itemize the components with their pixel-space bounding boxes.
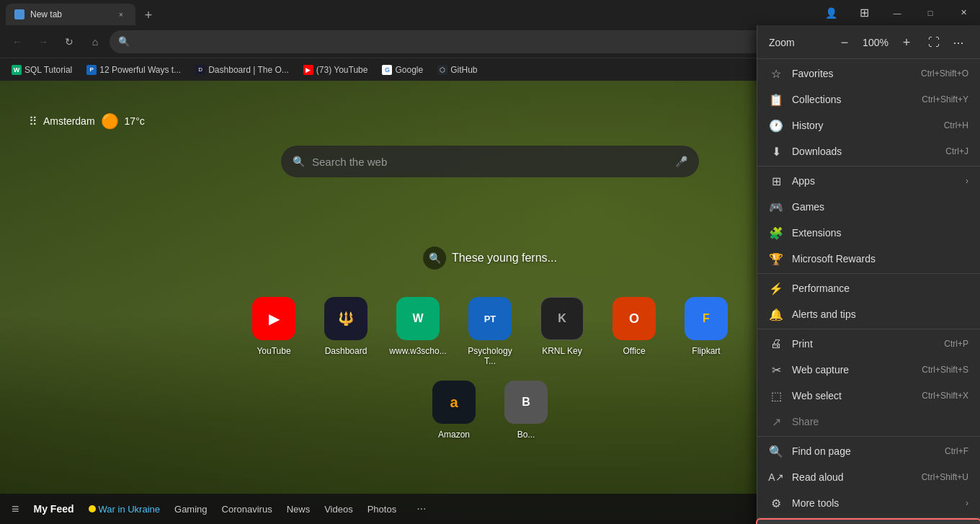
home-button[interactable]: ⌂ <box>84 30 107 53</box>
menu-divider-5 <box>757 436 980 437</box>
back-button[interactable]: ← <box>6 30 29 53</box>
new-tab-button[interactable]: + <box>138 5 159 25</box>
print-label: Print <box>792 338 935 350</box>
photo-label[interactable]: 🔍 These young ferns... <box>423 247 557 270</box>
downloads-label: Downloads <box>792 146 937 157</box>
menu-item-web-select[interactable]: ⬚ Web select Ctrl+Shift+X <box>757 383 980 409</box>
apps-label: Apps <box>792 175 957 187</box>
apps-arrow: › <box>966 176 968 186</box>
quick-link-krnl[interactable]: K KRNL Key <box>533 297 591 366</box>
fav-item-sql[interactable]: W SQL Tutorial <box>6 61 78 79</box>
fav-favicon-google: G <box>382 65 392 75</box>
quick-link-label-dashboard: Dashboard <box>325 346 368 356</box>
titlebar: New tab × + 👤 ⊞ — □ ✕ <box>0 0 980 25</box>
zoom-value: 100% <box>860 37 891 48</box>
menu-item-print[interactable]: 🖨 Print Ctrl+P <box>757 331 980 357</box>
more-tools-icon: ⚙ <box>769 496 783 510</box>
fav-favicon-sql: W <box>12 65 22 75</box>
bottom-nav-gaming[interactable]: Gaming <box>174 501 208 518</box>
menu-item-find[interactable]: 🔍 Find on page Ctrl+F <box>757 438 980 464</box>
menu-item-performance[interactable]: ⚡ Performance <box>757 275 980 301</box>
bottom-nav-coronavirus[interactable]: Coronavirus <box>222 501 272 518</box>
menu-item-downloads[interactable]: ⬇ Downloads Ctrl+J <box>757 138 980 164</box>
refresh-button[interactable]: ↻ <box>58 30 81 53</box>
search-box[interactable]: 🔍 Search the web 🎤 <box>281 146 699 177</box>
search-mic-icon[interactable]: 🎤 <box>675 156 687 167</box>
menu-item-history[interactable]: 🕐 History Ctrl+H <box>757 112 980 138</box>
tab-close-button[interactable]: × <box>115 9 127 20</box>
quick-links: ▶ YouTube 🔱 Dashboard W www.w3scho... PT… <box>245 297 735 440</box>
quick-link-label-bo: Bo... <box>517 430 535 440</box>
quick-link-icon-psychology: PT <box>468 297 512 340</box>
fav-item-powerful[interactable]: P 12 Powerful Ways t... <box>81 61 187 79</box>
bottom-nav-photos[interactable]: Photos <box>368 501 396 518</box>
history-shortcut: Ctrl+H <box>944 120 968 130</box>
print-shortcut: Ctrl+P <box>944 339 968 349</box>
quick-link-w3schools[interactable]: W www.w3scho... <box>389 297 447 366</box>
quick-link-icon-youtube: ▶ <box>252 297 295 340</box>
web-capture-label: Web capture <box>792 364 913 376</box>
alerts-label: Alerts and tips <box>792 308 968 320</box>
fav-item-google[interactable]: G Google <box>376 61 429 79</box>
performance-icon: ⚡ <box>769 281 783 296</box>
menu-item-ms-rewards[interactable]: 🏆 Microsoft Rewards <box>757 246 980 272</box>
quick-link-bo[interactable]: B Bo... <box>497 381 555 440</box>
collections-shortcut: Ctrl+Shift+Y <box>922 94 968 105</box>
menu-item-settings[interactable]: ⚙ Settings <box>757 520 980 524</box>
quick-link-flipkart[interactable]: F Flipkart <box>677 297 735 366</box>
bottom-more-dots[interactable]: ··· <box>411 499 432 518</box>
quick-link-label-youtube: YouTube <box>257 346 290 356</box>
menu-item-collections[interactable]: 📋 Collections Ctrl+Shift+Y <box>757 86 980 112</box>
fav-item-youtube[interactable]: ▶ (73) YouTube <box>298 61 374 79</box>
active-tab[interactable]: New tab × <box>6 4 135 25</box>
maximize-button[interactable]: □ <box>914 0 947 25</box>
menu-item-alerts[interactable]: 🔔 Alerts and tips <box>757 301 980 327</box>
menu-item-favorites[interactable]: ☆ Favorites Ctrl+Shift+O <box>757 61 980 86</box>
fav-item-dashboard[interactable]: D Dashboard | The O... <box>190 61 295 79</box>
quick-link-label-office: Office <box>623 346 645 356</box>
menu-item-extensions[interactable]: 🧩 Extensions <box>757 220 980 246</box>
quick-link-psychology[interactable]: PT Psychology T... <box>461 297 519 366</box>
read-aloud-label: Read aloud <box>792 471 913 483</box>
quick-link-label-psychology: Psychology T... <box>461 346 519 366</box>
fav-item-github[interactable]: ⬡ GitHub <box>432 61 483 79</box>
quick-link-amazon[interactable]: a Amazon <box>425 381 483 440</box>
zoom-plus-button[interactable]: + <box>896 32 917 53</box>
search-placeholder-text: Search the web <box>312 156 668 168</box>
quick-link-dashboard[interactable]: 🔱 Dashboard <box>317 297 375 366</box>
profile-button[interactable]: 👤 <box>814 0 847 25</box>
sidebar-button[interactable]: ⊞ <box>847 0 881 25</box>
zoom-expand-button[interactable]: ⛶ <box>925 34 943 51</box>
minimize-button[interactable]: — <box>881 0 914 25</box>
quick-link-youtube[interactable]: ▶ YouTube <box>245 297 303 366</box>
weather-dots[interactable]: ⠿ <box>29 115 37 128</box>
alerts-icon: 🔔 <box>769 307 783 321</box>
zoom-minus-button[interactable]: − <box>834 32 855 53</box>
bottom-nav-videos[interactable]: Videos <box>324 501 353 518</box>
performance-label: Performance <box>792 283 968 294</box>
menu-item-share[interactable]: ↗ Share <box>757 409 980 435</box>
fav-favicon-dashboard: D <box>195 65 205 75</box>
menu-item-read-aloud[interactable]: A↗ Read aloud Ctrl+Shift+U <box>757 464 980 490</box>
ms-rewards-label: Microsoft Rewards <box>792 253 968 265</box>
quick-link-office[interactable]: O Office <box>605 297 663 366</box>
web-select-label: Web select <box>792 390 913 401</box>
close-window-button[interactable]: ✕ <box>947 0 980 25</box>
menu-more-button[interactable]: ··· <box>948 32 968 53</box>
search-icon: 🔍 <box>293 156 305 167</box>
menu-item-more-tools[interactable]: ⚙ More tools › <box>757 490 980 516</box>
read-aloud-icon: A↗ <box>769 470 783 484</box>
web-capture-icon: ✂ <box>769 363 783 377</box>
forward-button[interactable]: → <box>32 30 55 53</box>
my-feed-label[interactable]: My Feed <box>34 503 74 515</box>
menu-item-web-capture[interactable]: ✂ Web capture Ctrl+Shift+S <box>757 357 980 383</box>
address-bar[interactable]: 🔍 <box>110 30 801 53</box>
bottom-nav-news[interactable]: News <box>287 501 311 518</box>
menu-item-games[interactable]: 🎮 Games <box>757 194 980 220</box>
ukraine-item[interactable]: War in Ukraine <box>89 504 160 515</box>
menu-divider-4 <box>757 329 980 329</box>
bottom-menu-icon[interactable]: ≡ <box>12 502 19 517</box>
fav-label-github: GitHub <box>450 65 477 75</box>
weather-temp: 17°c <box>125 115 145 127</box>
menu-item-apps[interactable]: ⊞ Apps › <box>757 168 980 194</box>
